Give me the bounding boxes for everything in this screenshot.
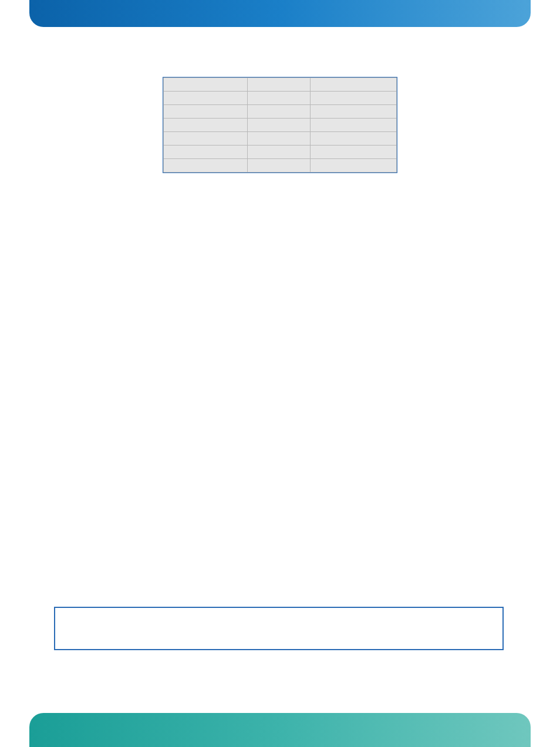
top-banner [29,0,531,27]
table-cell [247,105,310,119]
table-cell [311,159,397,173]
table-row [164,146,397,159]
table-cell [164,159,248,173]
table-row [164,119,397,132]
table-cell [247,78,310,92]
table-cell [247,132,310,146]
table-cell [164,92,248,105]
table-cell [247,92,310,105]
table-cell [164,78,248,92]
table-cell [164,132,248,146]
bottom-banner [29,713,531,747]
table-cell [311,78,397,92]
table-row [164,92,397,105]
table-row [164,159,397,173]
table-cell [164,119,248,132]
table-cell [311,146,397,159]
table-cell [247,159,310,173]
data-table [163,77,397,173]
table-cell [164,105,248,119]
table-cell [311,105,397,119]
table-cell [247,119,310,132]
table-cell [311,92,397,105]
table-row [164,132,397,146]
table-row [164,78,397,92]
table-row [164,105,397,119]
table-cell [311,119,397,132]
outlined-box [54,607,504,650]
table-cell [164,146,248,159]
table-cell [247,146,310,159]
data-table-container [163,77,397,173]
table-cell [311,132,397,146]
